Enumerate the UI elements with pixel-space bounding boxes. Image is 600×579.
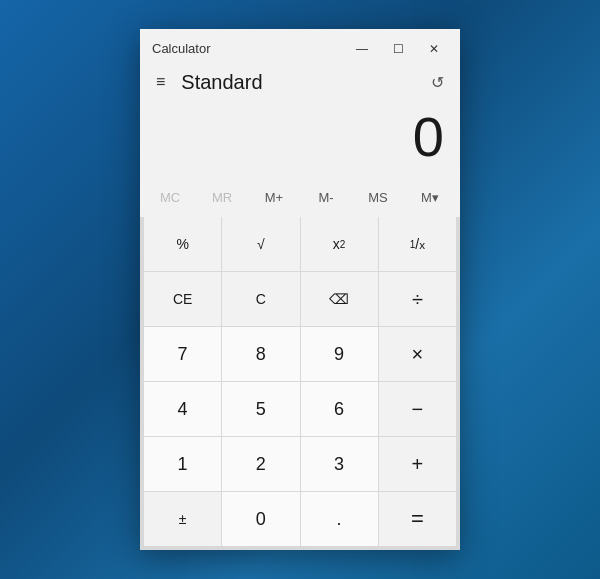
memory-button-ms[interactable]: MS xyxy=(352,179,404,215)
calc-button-x[interactable]: √ xyxy=(222,217,299,271)
memory-button-m[interactable]: M+ xyxy=(248,179,300,215)
memory-button-mr[interactable]: MR xyxy=(196,179,248,215)
calc-button-1[interactable]: 1 xyxy=(144,437,221,491)
calc-button-x[interactable]: ÷ xyxy=(379,272,456,326)
calc-button-7[interactable]: 7 xyxy=(144,327,221,381)
close-button[interactable]: ✕ xyxy=(416,35,452,63)
display-area: 0 xyxy=(140,98,460,180)
calc-button-5[interactable]: 5 xyxy=(222,382,299,436)
calc-button-2[interactable]: 2 xyxy=(222,437,299,491)
title-bar: Calculator — ☐ ✕ xyxy=(140,29,460,65)
header-row: ≡ Standard ↺ xyxy=(140,65,460,98)
window-title: Calculator xyxy=(152,41,211,56)
calc-button-x[interactable]: − xyxy=(379,382,456,436)
calc-button-CE[interactable]: CE xyxy=(144,272,221,326)
memory-button-m[interactable]: M▾ xyxy=(404,179,456,215)
minimize-button[interactable]: — xyxy=(344,35,380,63)
display-value: 0 xyxy=(156,106,444,168)
maximize-button[interactable]: ☐ xyxy=(380,35,416,63)
calc-button-x[interactable]: = xyxy=(379,492,456,546)
memory-button-mc[interactable]: MC xyxy=(144,179,196,215)
calc-button-x[interactable]: ± xyxy=(144,492,221,546)
menu-icon[interactable]: ≡ xyxy=(152,69,169,95)
mode-title: Standard xyxy=(181,71,262,94)
calc-button-x[interactable]: × xyxy=(379,327,456,381)
calc-button-C[interactable]: C xyxy=(222,272,299,326)
calc-button-x[interactable]: % xyxy=(144,217,221,271)
calculator-window: Calculator — ☐ ✕ ≡ Standard ↺ 0 MCMRM+M-… xyxy=(140,29,460,551)
calculator-body: ≡ Standard ↺ 0 MCMRM+M-MSM▾ %√x21/xCEC⌫÷… xyxy=(140,65,460,551)
calc-button-3[interactable]: 3 xyxy=(301,437,378,491)
calc-button-x[interactable]: . xyxy=(301,492,378,546)
calc-button-6[interactable]: 6 xyxy=(301,382,378,436)
calc-button-xxx[interactable]: 1/x xyxy=(379,217,456,271)
calc-button-x[interactable]: + xyxy=(379,437,456,491)
title-bar-controls: — ☐ ✕ xyxy=(344,35,452,63)
calc-button-x[interactable]: ⌫ xyxy=(301,272,378,326)
calc-button-8[interactable]: 8 xyxy=(222,327,299,381)
calc-button-0[interactable]: 0 xyxy=(222,492,299,546)
calc-button-4[interactable]: 4 xyxy=(144,382,221,436)
history-icon[interactable]: ↺ xyxy=(427,69,448,96)
buttons-grid: %√x21/xCEC⌫÷789×456−123+±0.= xyxy=(140,217,460,550)
calc-button-xx[interactable]: x2 xyxy=(301,217,378,271)
memory-button-m[interactable]: M- xyxy=(300,179,352,215)
calc-button-9[interactable]: 9 xyxy=(301,327,378,381)
memory-row: MCMRM+M-MSM▾ xyxy=(140,179,460,215)
